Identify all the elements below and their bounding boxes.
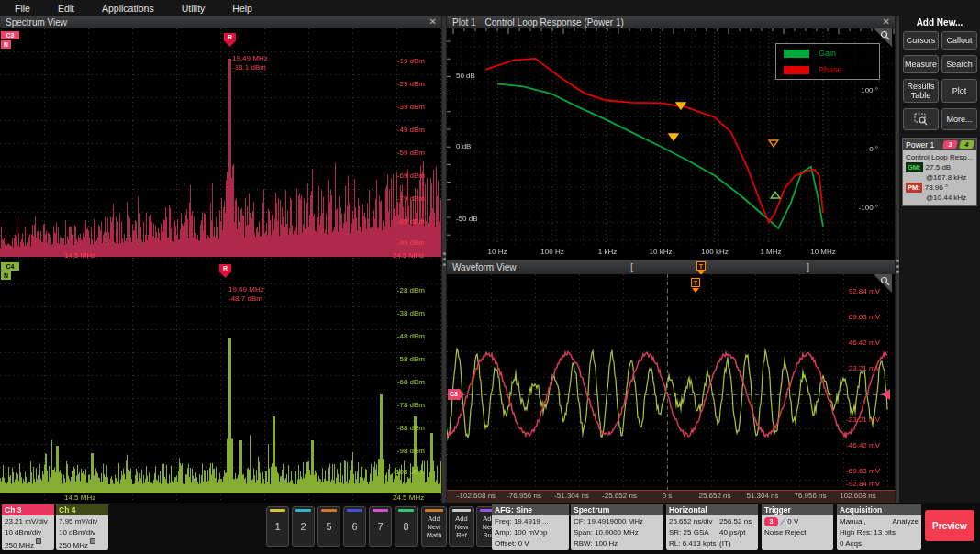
spectrum-bottom-canvas[interactable] bbox=[0, 260, 441, 503]
time-tick-label: -51.304 ns bbox=[554, 492, 589, 501]
cursors-button[interactable]: Cursors bbox=[903, 31, 939, 50]
dbm-tick-label: -69 dBm bbox=[397, 172, 425, 181]
time-tick-label: -102.608 ns bbox=[457, 492, 496, 501]
channel-badge-c4[interactable]: C4 bbox=[1, 262, 19, 271]
dbm-tick-label: -29 dBm bbox=[397, 80, 425, 89]
menu-help[interactable]: Help bbox=[232, 3, 252, 14]
menu-bar: File Edit Applications Utility Help bbox=[0, 0, 899, 16]
trigger-marker-inplot[interactable]: T bbox=[691, 278, 700, 287]
menu-file[interactable]: File bbox=[15, 3, 30, 14]
mv-tick-label: -23.21 mV bbox=[846, 416, 880, 425]
plot1-titlebar[interactable]: Plot 1 Control Loop Response (Power 1) ✕ bbox=[447, 16, 895, 28]
zoom-bracket-right[interactable]: ] bbox=[807, 261, 809, 272]
dbm-tick-label: -38 dBm bbox=[397, 309, 425, 318]
trigger-marker-arrow-icon bbox=[692, 288, 699, 293]
channel-5-button[interactable]: 5 bbox=[317, 506, 340, 547]
channel-6-button[interactable]: 6 bbox=[343, 506, 366, 547]
freq-tick-label: 1 MHz bbox=[760, 248, 781, 257]
deg-tick-label: -100 ° bbox=[859, 204, 878, 213]
pm-value: 78.96 ° bbox=[925, 183, 948, 193]
dbm-tick-label: -39 dBm bbox=[397, 103, 425, 112]
callout-button[interactable]: Callout bbox=[941, 31, 977, 50]
spectrum-close-icon[interactable]: ✕ bbox=[429, 17, 437, 27]
pm-label: PM: bbox=[906, 183, 922, 193]
channel-8-button[interactable]: 8 bbox=[395, 506, 418, 547]
add-color-stripe bbox=[452, 509, 471, 512]
spectrum-badge[interactable]: Spectrum CF: 19.4919000 MHz Span: 10.000… bbox=[571, 504, 663, 550]
measure-button[interactable]: Measure bbox=[903, 55, 939, 73]
channel-2-button[interactable]: 2 bbox=[292, 506, 315, 547]
db-tick-label: 50 dB bbox=[456, 72, 475, 81]
power1-badge[interactable]: Power 1 3 4 Control Loop Resp... GM: 27.… bbox=[902, 138, 977, 206]
results-table-button[interactable]: Results Table bbox=[903, 79, 939, 103]
power1-source: Control Loop Resp... bbox=[906, 152, 974, 162]
probe-icon bbox=[90, 538, 95, 544]
dbm-tick-label: -108 dBm bbox=[393, 468, 425, 477]
freq-tick-label: 1 kHz bbox=[598, 248, 617, 257]
plot1-legend: Gain Phase bbox=[775, 43, 880, 80]
plot1-close-icon[interactable]: ✕ bbox=[883, 17, 890, 27]
add-new-label: Add New... bbox=[899, 17, 980, 28]
zoom-bracket-left[interactable]: [ bbox=[630, 261, 633, 272]
channel-1-button[interactable]: 1 bbox=[266, 506, 289, 547]
zoom-mode-button[interactable] bbox=[903, 108, 939, 130]
dbm-tick-label: -98 dBm bbox=[397, 447, 425, 456]
trigger-position-icon[interactable]: T bbox=[696, 261, 706, 271]
add-new-ref-button[interactable]: Add New Ref bbox=[449, 506, 474, 547]
mv-tick-label: 46.42 mV bbox=[849, 338, 880, 348]
freq-label-right-top: 24.5 MHz bbox=[393, 251, 424, 260]
plot1-panel: Plot 1 Control Loop Response (Power 1) ✕… bbox=[447, 16, 895, 260]
acquisition-badge[interactable]: Acquisition Manual,Analyze High Res: 13 … bbox=[837, 504, 921, 550]
trigger-badge[interactable]: Trigger 3⟋0 V Noise Reject bbox=[762, 504, 833, 550]
db-tick-label: 0 dB bbox=[456, 142, 471, 151]
add-color-stripe bbox=[425, 509, 443, 512]
search-button[interactable]: Search bbox=[941, 55, 977, 73]
dbm-tick-label: -48 dBm bbox=[397, 332, 425, 341]
gain-swatch bbox=[784, 50, 809, 58]
freq-tick-label: 10 kHz bbox=[650, 248, 673, 257]
menu-utility[interactable]: Utility bbox=[182, 3, 206, 14]
oscilloscope-app: File Edit Applications Utility Help Spec… bbox=[0, 0, 980, 554]
dbm-tick-label: -68 dBm bbox=[397, 378, 425, 387]
zoom-box-icon bbox=[914, 113, 929, 126]
waveform-canvas[interactable] bbox=[447, 274, 888, 490]
spectrum-top-canvas[interactable] bbox=[0, 28, 441, 260]
mv-tick-label: 92.84 mV bbox=[849, 287, 880, 296]
dbm-tick-label: -59 dBm bbox=[397, 149, 425, 158]
menu-edit[interactable]: Edit bbox=[58, 3, 74, 14]
channel-badge-c3[interactable]: C3 bbox=[1, 31, 19, 39]
legend-phase-row: Phase bbox=[784, 65, 872, 74]
db-tick-label: -50 dB bbox=[456, 215, 478, 224]
add-new-math-button[interactable]: Add New Math bbox=[421, 506, 447, 547]
horizontal-badge[interactable]: Horizontal 25.652 ns/div SR: 25 GSA RL: … bbox=[666, 504, 758, 550]
plot-button[interactable]: Plot bbox=[941, 79, 977, 103]
dbm-tick-label: -79 dBm bbox=[397, 194, 425, 204]
trigger-source-chip: 3 bbox=[764, 517, 778, 526]
mv-tick-label: -69.63 mV bbox=[846, 467, 880, 476]
ch3-badge[interactable]: Ch 3 23.21 mV/div 10 dBm/div 250 MHz bbox=[2, 504, 54, 550]
time-tick-label: 0 s bbox=[663, 492, 673, 501]
marker-readout-bottom: 19.49 MHz -48.7 dBm bbox=[228, 285, 264, 304]
freq-tick-label: 100 kHz bbox=[701, 248, 728, 257]
more-button[interactable]: More... bbox=[941, 108, 977, 130]
freq-tick-label: 10 MHz bbox=[810, 248, 836, 257]
menu-applications[interactable]: Applications bbox=[102, 3, 154, 14]
marker-readout-top: 19.49 MHz -18.1 dBm bbox=[232, 54, 268, 72]
afg-badge[interactable]: AFG: Sine Freq: 19.4919 ... Amp: 100 mVp… bbox=[492, 504, 569, 550]
preview-button[interactable]: Preview bbox=[925, 510, 974, 541]
time-tick-label: -25.652 ns bbox=[602, 492, 637, 501]
sidebar: Tek/tronix Add New... Cursors Callout Me… bbox=[899, 0, 980, 503]
dbm-tick-label: -49 dBm bbox=[397, 126, 425, 135]
freq-label-left-bottom: 14.5 MHz bbox=[64, 493, 95, 502]
waveform-titlebar[interactable]: Waveform View bbox=[447, 260, 895, 274]
mv-tick-label: -92.84 mV bbox=[846, 480, 880, 489]
deg-tick-label: 100 ° bbox=[861, 86, 878, 95]
gain-label: Gain bbox=[819, 49, 836, 58]
channel-color-stripe bbox=[295, 509, 311, 512]
channel-color-stripe bbox=[398, 509, 414, 512]
channel-7-button[interactable]: 7 bbox=[369, 506, 392, 547]
freq-label-left-top: 14.5 MHz bbox=[64, 251, 95, 260]
marker-type-badge-n: N bbox=[1, 40, 11, 49]
ch4-badge[interactable]: Ch 4 7.95 mV/div 10 dBm/div 250 MHz bbox=[56, 504, 108, 550]
spectrum-view-titlebar[interactable]: Spectrum View ✕ bbox=[0, 16, 441, 28]
